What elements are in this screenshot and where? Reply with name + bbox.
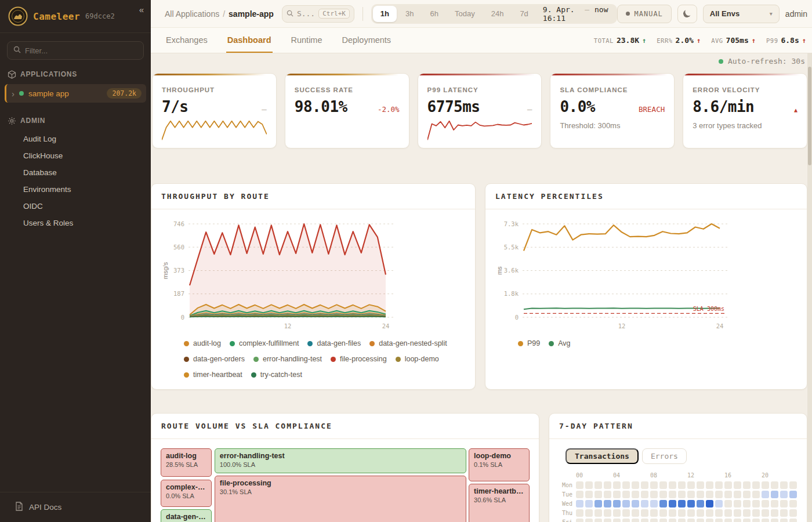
vertical-scrollbar[interactable] bbox=[807, 53, 812, 522]
sidebar: Cameleer 69dcce2 « APPLICATIONS › sample… bbox=[0, 0, 151, 522]
status-dot-icon bbox=[19, 91, 24, 96]
refresh-dot-icon bbox=[719, 59, 723, 64]
scrollbar-thumb[interactable] bbox=[808, 67, 811, 165]
time-range-6h[interactable]: 6h bbox=[423, 6, 446, 22]
heatmap-cell bbox=[724, 509, 732, 517]
time-range-3h[interactable]: 3h bbox=[398, 6, 421, 22]
sidebar-item-clickhouse[interactable]: ClickHouse bbox=[0, 147, 151, 164]
hour-label: 04 bbox=[613, 472, 622, 478]
heatmap-cell bbox=[762, 519, 769, 522]
legend-item-try-catch-test[interactable]: try-catch-test bbox=[251, 371, 302, 379]
hour-label: 00 bbox=[576, 472, 585, 478]
sidebar-collapse-icon[interactable]: « bbox=[139, 5, 144, 14]
kpi-label: SUCCESS RATE bbox=[295, 86, 400, 93]
breadcrumb-current: sample-app bbox=[229, 9, 274, 19]
treemap-cell-complex-fulfillment[interactable]: complex-fulfillment0.0% SLA bbox=[161, 480, 212, 507]
cameleer-logo-icon bbox=[8, 6, 28, 26]
weekly-heatmap: 000408121620MonTueWedThuFriSat bbox=[559, 471, 799, 522]
legend-item-avg[interactable]: Avg bbox=[549, 339, 570, 347]
sidebar-item-users-roles[interactable]: Users & Roles bbox=[0, 215, 151, 231]
heatmap-cell bbox=[697, 491, 704, 498]
kpi-subtitle: Threshold: 300ms bbox=[560, 121, 665, 130]
toggle-errors[interactable]: Errors bbox=[642, 448, 687, 464]
legend-item-timer-heartbeat[interactable]: timer-heartbeat bbox=[184, 371, 242, 379]
legend-item-complex-fulfillment[interactable]: complex-fulfillment bbox=[230, 339, 299, 347]
theme-toggle-button[interactable] bbox=[677, 5, 697, 23]
top-right-controls: MANUAL All Envs ▾ admin bbox=[617, 5, 808, 23]
chevron-down-icon: ▾ bbox=[770, 10, 773, 17]
heatmap-cell bbox=[585, 500, 593, 507]
app-version: 69dcce2 bbox=[85, 12, 115, 20]
svg-text:3.6k: 3.6k bbox=[504, 267, 519, 274]
divider bbox=[0, 492, 151, 492]
legend-item-error-handling-test[interactable]: error-handling-test bbox=[253, 355, 322, 363]
card-accent bbox=[285, 74, 409, 75]
tab-dashboard[interactable]: Dashboard bbox=[226, 28, 273, 53]
sidebar-item-environments[interactable]: Environments bbox=[0, 181, 151, 198]
sidebar-item-sample-app[interactable]: › sample app 207.2k bbox=[5, 84, 146, 103]
current-user[interactable]: admin bbox=[785, 9, 807, 19]
sidebar-filter-input[interactable] bbox=[25, 46, 137, 55]
heatmap-cell bbox=[715, 491, 723, 498]
heatmap-cell bbox=[771, 509, 778, 517]
kpi-card-throughput: THROUGHPUT 7/s – bbox=[152, 73, 277, 148]
treemap-cell-audit-log[interactable]: audit-log28.5% SLA bbox=[161, 448, 212, 477]
breadcrumb-root[interactable]: All Applications bbox=[165, 9, 219, 19]
stat-err: ERR%2.0%↑ bbox=[657, 36, 701, 45]
heatmap-cell bbox=[678, 481, 686, 489]
treemap-cell-loop-demo[interactable]: loop-demo0.1% SLA bbox=[469, 448, 530, 481]
legend-dot-icon bbox=[549, 341, 554, 346]
panel-title: LATENCY PERCENTILES bbox=[485, 184, 807, 209]
throughput-sparkline bbox=[162, 119, 267, 142]
heatmap-cell bbox=[659, 500, 667, 507]
svg-text:12: 12 bbox=[618, 322, 626, 329]
legend-item-data-gen-orders[interactable]: data-gen-orders bbox=[184, 355, 245, 363]
route-volume-treemap: audit-log28.5% SLAcomplex-fulfillment0.0… bbox=[161, 448, 530, 522]
seven-day-pattern-panel: 7-DAY PATTERN TransactionsErrors 0004081… bbox=[549, 413, 807, 522]
stat-total: TOTAL23.8K↑ bbox=[594, 36, 646, 45]
time-range-1h[interactable]: 1h bbox=[373, 6, 397, 22]
sidebar-item-audit-log[interactable]: Audit Log bbox=[0, 130, 151, 147]
heatmap-cell bbox=[659, 481, 667, 489]
heatmap-row-wed: Wed bbox=[559, 500, 799, 507]
heatmap-cell bbox=[585, 509, 593, 517]
card-accent bbox=[153, 74, 276, 75]
legend-dot-icon bbox=[396, 357, 401, 362]
time-range-24h[interactable]: 24h bbox=[484, 6, 512, 22]
heatmap-cell bbox=[734, 509, 741, 517]
legend-item-data-gen-nested-split[interactable]: data-gen-nested-split bbox=[369, 339, 447, 347]
tabs-bar: ExchangesDashboardRuntimeDeployments TOT… bbox=[151, 28, 812, 53]
sidebar-item-api-docs[interactable]: API Docs bbox=[0, 497, 151, 522]
treemap-cell-file-processing[interactable]: file-processing30.1% SLA bbox=[215, 476, 466, 522]
heatmap-cell bbox=[641, 500, 648, 507]
heatmap-cell bbox=[715, 481, 723, 489]
legend-item-loop-demo[interactable]: loop-demo bbox=[396, 355, 439, 363]
time-range-today[interactable]: Today bbox=[447, 6, 483, 22]
admin-section-header: ADMIN bbox=[0, 112, 151, 129]
legend-item-audit-log[interactable]: audit-log bbox=[184, 339, 221, 347]
sidebar-item-oidc[interactable]: OIDC bbox=[0, 198, 151, 215]
toggle-transactions[interactable]: Transactions bbox=[566, 448, 639, 464]
treemap-cell-timer-heartbeat[interactable]: timer-heartbeat30.6% SLA bbox=[469, 484, 530, 522]
legend-dot-icon bbox=[253, 357, 259, 362]
heatmap-row-thu: Thu bbox=[559, 509, 799, 517]
legend-item-p99[interactable]: P99 bbox=[518, 339, 540, 347]
legend-item-data-gen-files[interactable]: data-gen-files bbox=[307, 339, 361, 347]
legend-item-file-processing[interactable]: file-processing bbox=[331, 355, 387, 363]
kpi-card-sla-compliance: SLA COMPLIANCE 0.0% BREACH Threshold: 30… bbox=[550, 73, 675, 148]
tab-exchanges[interactable]: Exchanges bbox=[165, 28, 209, 53]
sidebar-filter[interactable] bbox=[7, 41, 144, 60]
tab-runtime[interactable]: Runtime bbox=[290, 28, 324, 53]
manual-mode-button[interactable]: MANUAL bbox=[617, 5, 672, 23]
environment-select[interactable]: All Envs ▾ bbox=[703, 5, 780, 23]
heatmap-cell bbox=[622, 491, 630, 498]
date-range[interactable]: 9. Apr. 16:11 – now bbox=[536, 5, 615, 23]
heatmap-cell bbox=[632, 519, 639, 522]
time-range-7d[interactable]: 7d bbox=[512, 6, 535, 22]
treemap-cell-data-gen-files[interactable]: data-gen-files100.0% SLA bbox=[161, 509, 212, 522]
global-search[interactable]: S... Ctrl+K bbox=[282, 5, 354, 23]
hour-label: 12 bbox=[687, 472, 697, 478]
tab-deployments[interactable]: Deployments bbox=[341, 28, 393, 53]
treemap-cell-error-handling-test[interactable]: error-handling-test100.0% SLA bbox=[215, 448, 466, 473]
sidebar-item-database[interactable]: Database bbox=[0, 164, 151, 181]
